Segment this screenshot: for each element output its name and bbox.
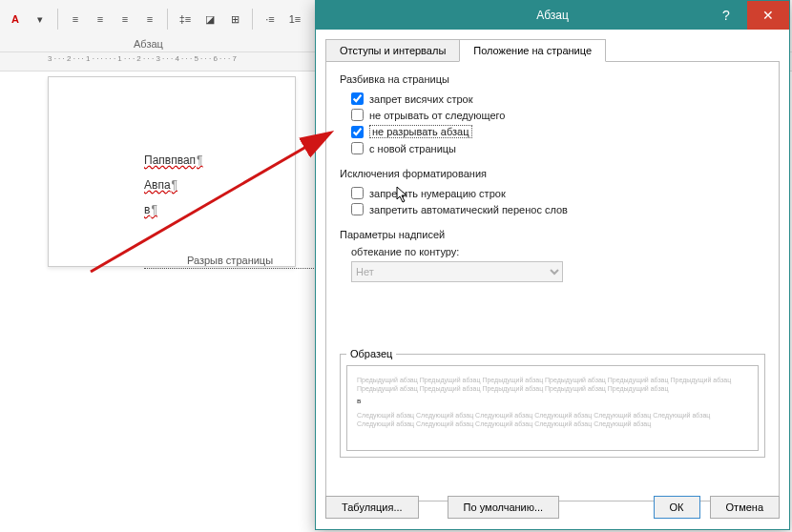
help-button[interactable]: ? (705, 1, 747, 30)
tab-position[interactable]: Положение на странице (459, 39, 606, 62)
document-area: Папвпвап Авпа в Разрыв страницы (0, 76, 315, 532)
tab-label: Положение на странице (473, 45, 592, 56)
ok-button[interactable]: ОК (654, 496, 700, 519)
numbering-icon[interactable]: 1≡ (283, 8, 306, 31)
formatting-exceptions-group: Исключения форматирования запретить нуме… (340, 168, 765, 217)
borders-icon[interactable]: ⊞ (223, 8, 246, 31)
align-right-icon[interactable]: ≡ (114, 8, 136, 31)
dialog-button-row: Табуляция... По умолчанию... ОК Отмена (325, 495, 780, 520)
page-break-marker: Разрыв страницы (144, 255, 316, 269)
separator (57, 9, 58, 30)
option-label: запрет висячих строк (369, 93, 473, 105)
document-page[interactable]: Папвпвап Авпа в Разрыв страницы (48, 76, 296, 267)
tab-panel-position: Разбивка на страницы запрет висячих стро… (325, 61, 780, 501)
close-icon: ✕ (762, 8, 774, 23)
checkbox-no-hyphenation[interactable] (351, 203, 364, 215)
preview-prev-text: Предыдущий абзац Предыдущий абзац Предыд… (357, 376, 748, 393)
cancel-button[interactable]: Отмена (710, 496, 780, 519)
dialog-title-bar[interactable]: Абзац ? ✕ (316, 1, 789, 30)
group-legend: Образец (346, 348, 396, 359)
tabs-button[interactable]: Табуляция... (325, 496, 419, 519)
group-legend: Исключения форматирования (340, 168, 765, 179)
option-label: запретить автоматический перенос слов (369, 204, 568, 215)
separator (252, 9, 253, 30)
shading-icon[interactable]: ◪ (198, 8, 221, 31)
button-label: ОК (670, 501, 684, 513)
checkbox-keep-with-next[interactable] (351, 109, 364, 121)
separator (167, 9, 168, 30)
set-default-button[interactable]: По умолчанию... (448, 496, 560, 519)
option-keep-lines-together[interactable]: не разрывать абзац (340, 123, 765, 140)
checkbox-page-break-before[interactable] (351, 142, 364, 154)
font-color-dropdown-icon[interactable]: ▾ (29, 8, 52, 31)
option-label: не отрывать от следующего (369, 110, 505, 121)
pagination-group: Разбивка на страницы запрет висячих стро… (340, 73, 765, 156)
option-keep-with-next[interactable]: не отрывать от следующего (340, 107, 765, 123)
doc-line[interactable]: Папвпвап (144, 153, 295, 167)
align-justify-icon[interactable]: ≡ (138, 8, 161, 31)
wrap-select[interactable]: Нет (351, 261, 563, 282)
close-button[interactable]: ✕ (747, 1, 789, 30)
preview-box: Предыдущий абзац Предыдущий абзац Предыд… (346, 365, 759, 451)
align-center-icon[interactable]: ≡ (89, 8, 112, 31)
option-widow-control[interactable]: запрет висячих строк (340, 91, 765, 107)
checkbox-keep-lines-together[interactable] (351, 126, 364, 138)
paragraph-dialog: Абзац ? ✕ Отступы и интервалы Положение … (315, 0, 790, 530)
button-label: Отмена (726, 501, 763, 513)
wrap-label: обтекание по контуру: (340, 246, 765, 257)
align-left-icon[interactable]: ≡ (64, 8, 87, 31)
bullets-icon[interactable]: ∙≡ (259, 8, 281, 31)
doc-line[interactable]: в (144, 203, 295, 216)
textbox-options-group: Параметры надписей обтекание по контуру:… (340, 229, 765, 282)
tab-label: Отступы и интервалы (340, 45, 446, 56)
option-label: с новой страницы (369, 143, 456, 154)
dialog-title: Абзац (536, 9, 569, 22)
option-no-hyphenation[interactable]: запретить автоматический перенос слов (340, 201, 765, 217)
option-label: запретить нумерацию строк (369, 188, 506, 199)
option-label: не разрывать абзац (369, 125, 472, 138)
font-color-icon[interactable]: A (4, 8, 27, 31)
checkbox-suppress-line-numbers[interactable] (351, 187, 364, 199)
line-spacing-icon[interactable]: ‡≡ (174, 8, 197, 31)
doc-line[interactable]: Авпа (144, 178, 295, 192)
option-suppress-line-numbers[interactable]: запретить нумерацию строк (340, 185, 765, 201)
button-label: По умолчанию... (464, 501, 544, 513)
tab-indents[interactable]: Отступы и интервалы (325, 39, 460, 62)
button-label: Табуляция... (342, 501, 403, 513)
checkbox-widow-control[interactable] (351, 92, 364, 105)
preview-group: Образец Предыдущий абзац Предыдущий абза… (340, 348, 765, 458)
group-legend: Параметры надписей (340, 229, 765, 240)
option-page-break-before[interactable]: с новой страницы (340, 140, 765, 156)
preview-current-text: в (357, 397, 748, 406)
group-legend: Разбивка на страницы (340, 73, 765, 85)
ribbon-group-label: Абзац (134, 38, 163, 50)
preview-next-text: Следующий абзац Следующий абзац Следующи… (357, 411, 748, 428)
dialog-tabs: Отступы и интервалы Положение на страниц… (325, 39, 789, 62)
